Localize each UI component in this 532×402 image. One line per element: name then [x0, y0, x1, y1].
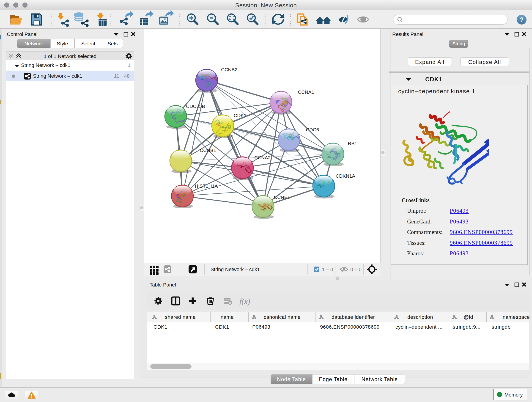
svg-text:CDK1: CDK1 [234, 113, 247, 118]
svg-text:CCNA2: CCNA2 [254, 155, 271, 160]
svg-text:CDC6: CDC6 [306, 127, 319, 132]
svg-text:RB1: RB1 [348, 141, 357, 146]
svg-text:CDC25B: CDC25B [186, 104, 205, 109]
svg-text:CCNB2: CCNB2 [221, 67, 237, 72]
svg-text:CCNB1: CCNB1 [200, 148, 216, 153]
svg-text:CCNA1: CCNA1 [298, 89, 314, 95]
svg-text:CCNE1: CCNE1 [274, 195, 290, 200]
svg-text:CDKN1A: CDKN1A [336, 173, 355, 179]
svg-text:f(x): f(x) [239, 297, 250, 306]
svg-text:HIST1H1A: HIST1H1A [195, 183, 218, 189]
